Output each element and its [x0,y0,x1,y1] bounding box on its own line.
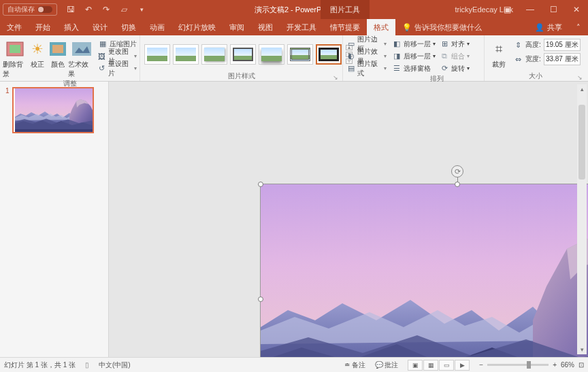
tab-review[interactable]: 审阅 [223,19,251,35]
compress-icon: ▦ [98,39,108,49]
undo-icon[interactable]: ↶ [80,1,97,18]
color-icon [48,39,68,58]
ribbon-tabs: 文件 开始 插入 设计 切换 动画 幻灯片放映 审阅 视图 开发工具 情节提要 … [0,19,588,35]
tab-insert[interactable]: 插入 [57,19,86,35]
qat-more-icon[interactable]: ▾ [133,1,150,18]
ribbon-display-options-icon[interactable]: ▣ [495,0,519,19]
height-input[interactable] [544,39,581,51]
normal-view-icon[interactable]: ▣ [408,360,423,371]
zoom-out-icon[interactable]: − [479,361,483,369]
selected-image[interactable]: ⟳ [260,184,588,357]
redo-icon[interactable]: ↷ [98,1,114,18]
tab-file[interactable]: 文件 [0,19,29,35]
close-icon[interactable]: ✕ [565,0,588,19]
selection-pane-button[interactable]: ☰选择窗格 [392,63,436,74]
group-icon: ⧉ [440,52,449,61]
title-bar: 自动保存 🖫 ↶ ↷ ▱ ▾ 演示文稿2 - PowerPoint 图片工具 t… [0,0,588,19]
slide-thumbnail-panel[interactable]: 1 [0,82,109,357]
save-icon[interactable]: 🖫 [63,1,79,18]
svg-rect-5 [72,42,91,56]
corrections-button[interactable]: ☀校正 [27,37,48,69]
group-label-adjust: 调整 [63,80,77,87]
tab-animations[interactable]: 动画 [143,19,172,35]
spell-check-icon[interactable]: ▯ [85,361,89,369]
remove-background-button[interactable]: 删除背景 [3,37,27,79]
autosave-toggle[interactable]: 自动保存 [3,3,57,16]
selection-pane-icon: ☰ [392,64,402,73]
resize-handle-n[interactable] [455,182,460,187]
bring-forward-button[interactable]: ◧前移一层▾ [392,38,436,50]
style-thumb-5[interactable] [259,44,284,65]
style-thumb-3[interactable] [201,44,227,65]
crop-button[interactable]: ⌗裁剪 [487,37,510,69]
zoom-control[interactable]: − + 66% ⊡ [479,361,584,369]
ribbon: 删除背景 ☀校正 颜色 艺术效果 ▦压缩图片 🖼更改图片▾ ↺重设图片▾ 调整 … [0,35,588,82]
style-thumb-6[interactable] [287,44,313,65]
scroll-down-icon[interactable]: ▾ [577,345,587,354]
tab-design[interactable]: 设计 [86,19,114,35]
artistic-effects-button[interactable]: 艺术效果 [68,37,95,79]
notes-button[interactable]: ≐ 备注 [344,360,365,370]
fit-to-window-icon[interactable]: ⊡ [578,361,584,369]
slide-number: 1 [5,87,10,133]
group-button[interactable]: ⧉组合▾ [440,50,470,62]
picture-styles-gallery[interactable]: ▴▾▿ [143,41,355,67]
slide-count-status[interactable]: 幻灯片 第 1 张，共 1 张 [4,360,76,370]
sun-icon: ☀ [27,39,48,58]
style-thumb-7[interactable] [316,44,342,65]
maximize-icon[interactable]: ☐ [542,0,565,19]
vertical-scrollbar[interactable]: ▴ ▾ [577,84,587,354]
zoom-in-icon[interactable]: + [553,361,557,369]
tab-slideshow[interactable]: 幻灯片放映 [172,19,223,35]
size-dialog-launcher-icon[interactable]: ↘ [577,74,583,81]
reading-view-icon[interactable]: ▭ [439,360,454,371]
rotation-handle[interactable]: ⟳ [451,165,463,177]
align-button[interactable]: ⊞对齐▾ [440,38,470,50]
width-input[interactable] [544,53,581,65]
style-thumb-1[interactable] [144,44,170,65]
styles-dialog-launcher-icon[interactable]: ↘ [333,74,338,81]
slide-thumbnail-1[interactable] [12,87,94,133]
group-label-size: 大小 [529,72,542,80]
height-icon: ⇕ [513,40,523,50]
resize-handle-w[interactable] [258,297,263,302]
reset-picture-button[interactable]: ↺重设图片▾ [98,63,137,74]
tab-transitions[interactable]: 切换 [114,19,143,35]
slideshow-view-icon[interactable]: ▶ [455,360,470,371]
style-thumb-4[interactable] [230,44,256,65]
resize-handle-nw[interactable] [258,182,263,187]
reset-icon: ↺ [98,64,106,73]
scroll-up-icon[interactable]: ▴ [577,84,587,94]
comments-button[interactable]: 💬 批注 [375,360,399,370]
send-backward-button[interactable]: ◨后移一层▾ [392,50,436,62]
zoom-percent[interactable]: 66% [561,361,574,369]
tab-format[interactable]: 格式 [367,19,395,35]
sorter-view-icon[interactable]: ▦ [423,360,438,371]
bring-forward-icon: ◧ [392,39,402,49]
group-arrange: ◧前移一层▾ ◨后移一层▾ ☰选择窗格 ⊞对齐▾ ⧉组合▾ ⟳旋转▾ 排列 [389,35,485,81]
tab-view[interactable]: 视图 [251,19,280,35]
minimize-icon[interactable]: — [519,0,542,19]
layout-icon: ▤ [347,64,355,73]
tell-me-search[interactable]: 💡告诉我你想要做什么 [395,19,489,35]
contextual-tab-picture-tools: 图片工具 [321,0,370,19]
style-thumb-2[interactable] [173,44,199,65]
tab-storyline[interactable]: 情节提要 [323,19,367,35]
collapse-ribbon-icon[interactable]: ˄ [569,19,588,35]
picture-layout-button[interactable]: ▤图片版式▾ [347,63,387,74]
tab-developer[interactable]: 开发工具 [280,19,323,35]
scrollbar-thumb[interactable] [578,105,585,180]
share-button[interactable]: 👤共享 [528,19,569,35]
tab-home[interactable]: 开始 [29,19,57,35]
start-from-beginning-icon[interactable]: ▱ [116,1,132,18]
language-status[interactable]: 中文(中国) [99,360,131,370]
border-icon: ▭ [347,39,355,49]
slide-canvas[interactable]: ⟳ ▴ ▾ [109,82,588,357]
rotate-button[interactable]: ⟳旋转▾ [440,63,470,74]
work-area: 1 ⟳ ▴ ▾ [0,82,588,357]
color-button[interactable]: 颜色 [48,37,68,69]
svg-rect-4 [52,45,63,53]
group-label-styles: 图片样式 [228,72,255,80]
zoom-slider[interactable] [487,364,549,366]
group-picture-styles: ▴▾▿ 图片样式↘ [140,35,343,81]
